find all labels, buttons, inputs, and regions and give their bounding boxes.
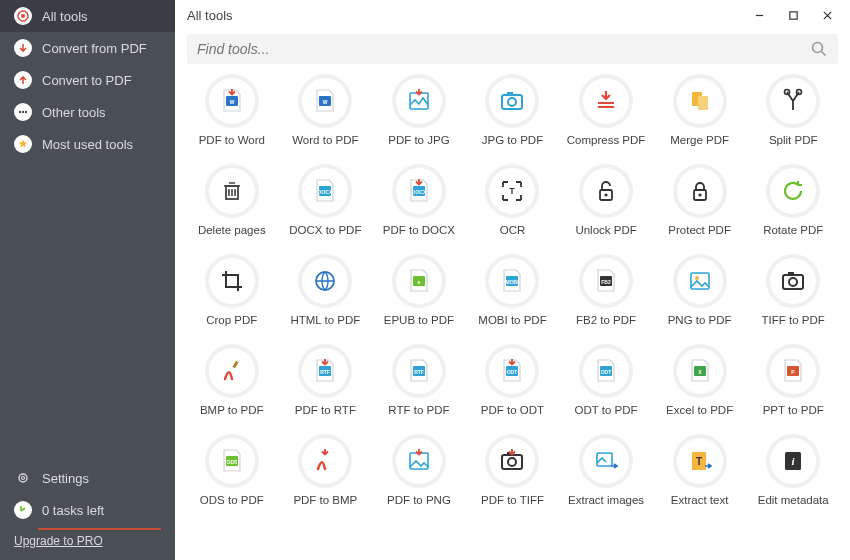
mobi-icon: MOBI bbox=[485, 254, 539, 308]
search-input[interactable] bbox=[197, 41, 810, 57]
odt-icon: ODT bbox=[579, 344, 633, 398]
tool-word-to-pdf[interactable]: W Word to PDF bbox=[281, 74, 371, 146]
tool-ppt-to-pdf[interactable]: P PPT to PDF bbox=[748, 344, 838, 416]
rotate-icon bbox=[766, 164, 820, 218]
docx-down-icon: DOCX bbox=[392, 164, 446, 218]
tool-delete-pages[interactable]: Delete pages bbox=[187, 164, 277, 236]
tool-pdf-to-bmp[interactable]: PDF to BMP bbox=[281, 434, 371, 506]
tool-rtf-to-pdf[interactable]: RTF RTF to PDF bbox=[374, 344, 464, 416]
arrow-down-icon bbox=[14, 39, 32, 57]
tool-rotate-pdf[interactable]: Rotate PDF bbox=[748, 164, 838, 236]
tool-fb2-to-pdf[interactable]: FB2 FB2 to PDF bbox=[561, 254, 651, 326]
tool-merge-pdf[interactable]: Merge PDF bbox=[655, 74, 745, 146]
maximize-button[interactable] bbox=[776, 4, 810, 26]
bmp-icon bbox=[205, 344, 259, 398]
split-icon bbox=[766, 74, 820, 128]
upgrade-link[interactable]: Upgrade to PRO bbox=[14, 534, 175, 548]
tool-protect-pdf[interactable]: Protect PDF bbox=[655, 164, 745, 236]
sidebar-item-settings[interactable]: Settings bbox=[0, 462, 175, 494]
tool-compress-pdf[interactable]: Compress PDF bbox=[561, 74, 651, 146]
tool-label: Word to PDF bbox=[292, 134, 358, 146]
tool-extract-images[interactable]: Extract images bbox=[561, 434, 651, 506]
svg-rect-16 bbox=[507, 92, 513, 95]
tool-label: PDF to RTF bbox=[295, 404, 356, 416]
tool-edit-metadata[interactable]: i Edit metadata bbox=[748, 434, 838, 506]
svg-text:W: W bbox=[229, 99, 234, 105]
sidebar-item-convert-from-pdf[interactable]: Convert from PDF bbox=[0, 32, 175, 64]
tool-pdf-to-png[interactable]: PDF to PNG bbox=[374, 434, 464, 506]
search-bar[interactable] bbox=[187, 34, 838, 64]
svg-point-3 bbox=[22, 111, 24, 113]
camera-icon bbox=[485, 74, 539, 128]
ods-icon: ODS bbox=[205, 434, 259, 488]
titlebar: All tools bbox=[175, 0, 850, 28]
sidebar-item-convert-to-pdf[interactable]: Convert to PDF bbox=[0, 64, 175, 96]
tool-pdf-to-rtf[interactable]: RTF PDF to RTF bbox=[281, 344, 371, 416]
globe-icon bbox=[298, 254, 352, 308]
minimize-button[interactable] bbox=[742, 4, 776, 26]
tool-pdf-to-word[interactable]: W PDF to Word bbox=[187, 74, 277, 146]
tool-ocr[interactable]: T OCR bbox=[468, 164, 558, 236]
tool-pdf-to-tiff[interactable]: PDF to TIFF bbox=[468, 434, 558, 506]
tool-label: Extract images bbox=[568, 494, 644, 506]
tool-label: JPG to PDF bbox=[482, 134, 543, 146]
tool-pdf-to-odt[interactable]: ODT PDF to ODT bbox=[468, 344, 558, 416]
sidebar-item-label: Convert from PDF bbox=[42, 41, 147, 56]
tool-jpg-to-pdf[interactable]: JPG to PDF bbox=[468, 74, 558, 146]
fb2-icon: FB2 bbox=[579, 254, 633, 308]
svg-point-41 bbox=[789, 278, 797, 286]
trash-icon bbox=[205, 164, 259, 218]
tool-label: ODS to PDF bbox=[200, 494, 264, 506]
tool-extract-text[interactable]: T Extract text bbox=[655, 434, 745, 506]
odt-down-icon: ODT bbox=[485, 344, 539, 398]
tool-split-pdf[interactable]: Split PDF bbox=[748, 74, 838, 146]
tool-excel-to-pdf[interactable]: X Excel to PDF bbox=[655, 344, 745, 416]
ppt-icon: P bbox=[766, 344, 820, 398]
epub-icon: e bbox=[392, 254, 446, 308]
star-icon bbox=[14, 135, 32, 153]
close-button[interactable] bbox=[810, 4, 844, 26]
metadata-icon: i bbox=[766, 434, 820, 488]
tool-label: MOBI to PDF bbox=[478, 314, 546, 326]
tools-area: W PDF to Word W Word to PDF PDF to JPG J… bbox=[175, 68, 850, 560]
tool-label: Crop PDF bbox=[206, 314, 257, 326]
sidebar-item-label: All tools bbox=[42, 9, 88, 24]
tool-html-to-pdf[interactable]: HTML to PDF bbox=[281, 254, 371, 326]
tool-crop-pdf[interactable]: Crop PDF bbox=[187, 254, 277, 326]
target-icon bbox=[14, 7, 32, 25]
sidebar-item-all-tools[interactable]: All tools bbox=[0, 0, 175, 32]
tool-png-to-pdf[interactable]: PNG to PDF bbox=[655, 254, 745, 326]
word-up-icon: W bbox=[298, 74, 352, 128]
tool-label: ODT to PDF bbox=[575, 404, 638, 416]
tool-pdf-to-docx[interactable]: DOCX PDF to DOCX bbox=[374, 164, 464, 236]
excel-icon: X bbox=[673, 344, 727, 398]
tool-epub-to-pdf[interactable]: e EPUB to PDF bbox=[374, 254, 464, 326]
sidebar-item-other-tools[interactable]: Other tools bbox=[0, 96, 175, 128]
tool-label: Rotate PDF bbox=[763, 224, 823, 236]
tool-tiff-to-pdf[interactable]: TIFF to PDF bbox=[748, 254, 838, 326]
tool-ods-to-pdf[interactable]: ODS ODS to PDF bbox=[187, 434, 277, 506]
tool-label: PDF to JPG bbox=[388, 134, 449, 146]
tool-mobi-to-pdf[interactable]: MOBI MOBI to PDF bbox=[468, 254, 558, 326]
tool-pdf-to-jpg[interactable]: PDF to JPG bbox=[374, 74, 464, 146]
sidebar-item-tasks[interactable]: 0 tasks left bbox=[0, 494, 175, 526]
docx-icon: DOCX bbox=[298, 164, 352, 218]
tool-label: Protect PDF bbox=[668, 224, 731, 236]
sidebar-item-most-used[interactable]: Most used tools bbox=[0, 128, 175, 160]
lock-icon bbox=[673, 164, 727, 218]
svg-rect-42 bbox=[788, 272, 794, 275]
svg-point-39 bbox=[695, 276, 699, 280]
search-icon bbox=[810, 40, 828, 58]
tool-label: PNG to PDF bbox=[668, 314, 732, 326]
word-down-icon: W bbox=[205, 74, 259, 128]
tasks-label: 0 tasks left bbox=[42, 503, 104, 518]
tool-unlock-pdf[interactable]: Unlock PDF bbox=[561, 164, 651, 236]
svg-text:W: W bbox=[323, 99, 328, 105]
settings-label: Settings bbox=[42, 471, 89, 486]
svg-text:T: T bbox=[510, 186, 516, 196]
svg-rect-38 bbox=[691, 273, 709, 289]
tool-docx-to-pdf[interactable]: DOCX DOCX to PDF bbox=[281, 164, 371, 236]
svg-text:T: T bbox=[696, 456, 702, 467]
tool-bmp-to-pdf[interactable]: BMP to PDF bbox=[187, 344, 277, 416]
tool-odt-to-pdf[interactable]: ODT ODT to PDF bbox=[561, 344, 651, 416]
